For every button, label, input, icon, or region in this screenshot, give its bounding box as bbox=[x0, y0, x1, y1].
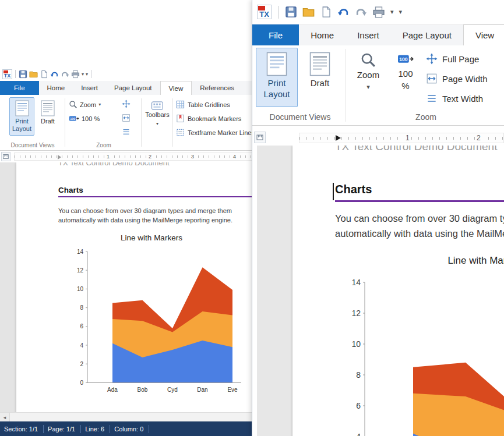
chart-title: Line with Markers bbox=[335, 255, 504, 267]
indent-marker[interactable] bbox=[58, 155, 61, 159]
scroll-left-icon[interactable]: ◂ bbox=[0, 413, 10, 421]
horizontal-ruler[interactable]: 1 2 3 4 bbox=[14, 153, 253, 161]
ruler-number: 2 bbox=[475, 133, 482, 143]
save-icon[interactable] bbox=[285, 6, 297, 18]
svg-text:6: 6 bbox=[356, 401, 361, 410]
redo-icon[interactable] bbox=[61, 70, 69, 79]
tab-references[interactable]: References bbox=[192, 81, 242, 95]
horizontal-ruler[interactable]: 1 2 bbox=[299, 133, 504, 143]
toolbar-separator bbox=[278, 6, 279, 19]
print-icon[interactable] bbox=[372, 6, 385, 19]
ruler-number: 1 bbox=[105, 153, 111, 160]
tab-home[interactable]: Home bbox=[39, 81, 73, 95]
print-layout-button[interactable]: PrintLayout bbox=[256, 48, 298, 107]
tab-page-layout[interactable]: Page Layout bbox=[106, 81, 160, 95]
page-width-icon bbox=[122, 114, 131, 122]
zoom-100-button[interactable]: 100 100 % bbox=[389, 48, 422, 107]
open-folder-icon[interactable] bbox=[29, 70, 38, 79]
group-separator bbox=[141, 98, 142, 147]
svg-text:10: 10 bbox=[351, 339, 361, 349]
tab-view[interactable]: View bbox=[160, 81, 192, 95]
print-dropdown-icon[interactable]: ▾ bbox=[390, 8, 394, 16]
zoom-dropdown-button[interactable]: Zoom ▾ bbox=[69, 100, 101, 109]
textframe-marker-icon bbox=[176, 128, 185, 137]
group-label-zoom: Zoom bbox=[66, 142, 142, 148]
print-dropdown-icon[interactable]: ▾ bbox=[82, 72, 84, 77]
redo-icon[interactable] bbox=[355, 6, 367, 18]
document-page[interactable]: TX Text Control Demo Document Charts You… bbox=[292, 146, 504, 436]
text-width-icon bbox=[122, 127, 131, 136]
svg-text:14: 14 bbox=[351, 278, 361, 287]
textframe-markers-toggle[interactable]: Textframe Marker Lines bbox=[176, 128, 253, 137]
tab-insert[interactable]: Insert bbox=[346, 24, 391, 45]
group-label-zoom: Zoom bbox=[350, 112, 502, 122]
save-icon[interactable] bbox=[19, 70, 27, 79]
scrollbar-track[interactable] bbox=[10, 413, 253, 421]
view-ribbon: PrintLayout Draft Document Views Zoom ▾ … bbox=[0, 95, 253, 151]
new-document-icon[interactable] bbox=[40, 70, 48, 79]
toolbar-separator bbox=[91, 70, 91, 78]
text-width-button[interactable]: Text Width bbox=[426, 91, 483, 106]
page-width-label: Page Width bbox=[442, 74, 488, 84]
document-header-clipped: TX Text Control Demo Document bbox=[58, 162, 245, 169]
page-width-button[interactable] bbox=[120, 112, 132, 123]
ruler-number: 2 bbox=[147, 153, 153, 160]
qat-overflow-icon[interactable]: ▾ bbox=[86, 72, 88, 77]
draft-label: Draft bbox=[41, 118, 55, 125]
open-folder-icon[interactable] bbox=[302, 6, 315, 18]
page-width-button[interactable]: Page Width bbox=[426, 71, 488, 86]
qat-overflow-icon[interactable]: ▾ bbox=[399, 8, 403, 16]
chevron-down-icon: ▾ bbox=[98, 102, 101, 107]
undo-icon[interactable] bbox=[50, 70, 59, 79]
text-cursor bbox=[333, 183, 334, 200]
svg-text:4: 4 bbox=[80, 342, 83, 349]
status-column: Column: 0 bbox=[110, 426, 149, 433]
full-page-button[interactable]: Full Page bbox=[426, 51, 479, 66]
horizontal-scrollbar[interactable]: ◂ bbox=[0, 412, 253, 421]
document-paragraph: You can choose from over 30 diagram type… bbox=[335, 211, 504, 241]
draft-icon bbox=[309, 52, 330, 76]
zoom-100-button[interactable]: 100 100 % bbox=[69, 114, 100, 123]
print-layout-button[interactable]: PrintLayout bbox=[9, 97, 34, 136]
tab-page-layout[interactable]: Page Layout bbox=[391, 24, 463, 45]
document-page[interactable]: TX Text Control Demo Document Charts You… bbox=[16, 162, 253, 412]
tab-file[interactable]: File bbox=[252, 24, 299, 45]
zoom-100-icon: 100 bbox=[69, 114, 79, 123]
toolbars-button[interactable]: Toolbars ▾ bbox=[143, 98, 171, 136]
document-area: TX Text Control Demo Document Charts You… bbox=[0, 162, 253, 412]
tab-file[interactable]: File bbox=[0, 81, 39, 95]
undo-icon[interactable] bbox=[337, 6, 350, 18]
svg-text:100: 100 bbox=[70, 117, 75, 120]
ruler-toggle-icon bbox=[2, 153, 9, 160]
desktop: TX ▾ ▾ File Home Insert Page Layout View… bbox=[0, 0, 504, 436]
svg-text:4: 4 bbox=[356, 432, 361, 436]
tab-home[interactable]: Home bbox=[299, 24, 346, 45]
draft-button[interactable]: Draft bbox=[36, 97, 59, 136]
svg-text:12: 12 bbox=[77, 267, 84, 274]
ruler-toggle-button[interactable] bbox=[1, 152, 10, 161]
indent-marker[interactable] bbox=[336, 135, 341, 141]
full-page-button[interactable] bbox=[120, 98, 132, 109]
svg-text:6: 6 bbox=[80, 323, 83, 329]
print-icon[interactable] bbox=[71, 70, 80, 79]
quick-access-toolbar: TX ▾ ▾ bbox=[0, 67, 253, 81]
text-width-icon bbox=[426, 93, 438, 104]
toolbars-label: Toolbars bbox=[145, 111, 170, 119]
ruler-number: 4 bbox=[232, 153, 237, 160]
full-page-icon bbox=[426, 53, 438, 65]
tab-view[interactable]: View bbox=[463, 24, 504, 45]
text-width-button[interactable] bbox=[120, 126, 132, 137]
zoom-label: Zoom bbox=[357, 69, 379, 80]
ruler-toggle-button[interactable] bbox=[254, 132, 266, 143]
tx-logo-icon: TX bbox=[257, 5, 272, 19]
svg-text:2: 2 bbox=[80, 361, 83, 367]
table-gridlines-toggle[interactable]: Table Gridlines bbox=[176, 100, 230, 109]
zoom-value: 100 % bbox=[82, 115, 100, 122]
zoom-dropdown-button[interactable]: Zoom ▾ bbox=[350, 48, 386, 107]
tab-insert[interactable]: Insert bbox=[73, 81, 106, 95]
new-document-icon[interactable] bbox=[320, 6, 332, 18]
draft-button[interactable]: Draft bbox=[301, 48, 339, 107]
chart-title: Line with Markers bbox=[58, 233, 245, 242]
status-page: Page: 1/1 bbox=[44, 426, 80, 433]
bookmark-markers-toggle[interactable]: Bookmark Markers bbox=[176, 114, 241, 123]
